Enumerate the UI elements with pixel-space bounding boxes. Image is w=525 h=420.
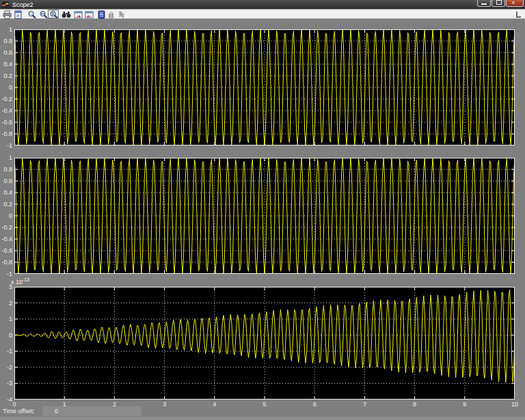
parameters-icon	[14, 10, 23, 19]
y-tick-label: 1	[0, 316, 12, 322]
save-axes-icon	[74, 10, 83, 19]
parameters-button[interactable]	[12, 10, 23, 18]
restore-axes-settings-button[interactable]	[83, 10, 94, 18]
printer-icon	[3, 10, 12, 19]
title-bar[interactable]: Scope2 x	[0, 0, 525, 10]
scope-window: Scope2 x	[0, 0, 525, 420]
zoom-x-icon	[39, 10, 48, 19]
window-bottom-edge	[0, 417, 525, 420]
x-tick-label: 7	[358, 401, 371, 408]
y-tick-label: 0	[0, 332, 12, 339]
x-tick-label: 10	[508, 401, 522, 408]
x-tick-label: 6	[308, 401, 321, 408]
toolbar-grip-icon	[516, 12, 521, 18]
x-tick-label: 4	[208, 401, 221, 408]
y-tick-label: -1	[0, 142, 12, 149]
y-tick-label: -0.2	[0, 224, 12, 231]
lock-axes-button[interactable]	[105, 10, 116, 18]
binoculars-icon	[62, 10, 71, 19]
autoscale-button[interactable]	[61, 10, 72, 18]
x-tick-label: 9	[458, 401, 472, 408]
x-tick-label: 5	[258, 401, 271, 408]
minimize-button[interactable]	[477, 0, 491, 7]
zoom-icon	[27, 10, 36, 19]
x-tick-label: 0	[8, 401, 21, 408]
x-tick-label: 8	[408, 401, 422, 408]
y-tick-label: -0.4	[0, 236, 12, 242]
y-tick-label: 1	[0, 26, 12, 33]
restore-axes-icon	[85, 10, 94, 19]
y-tick-label: 2	[0, 300, 12, 307]
y-tick-label: -0.4	[0, 107, 12, 114]
simulink-scope-icon	[2, 1, 9, 8]
y-tick-label: 0.8	[0, 38, 12, 44]
window-title: Scope2	[12, 1, 33, 9]
y-tick-label: 0	[0, 212, 12, 219]
y-tick-label: 0	[0, 84, 12, 91]
y-tick-label: -0.6	[0, 247, 12, 254]
save-axes-settings-button[interactable]	[72, 10, 83, 18]
close-icon: x	[512, 0, 515, 5]
minimize-icon	[481, 3, 487, 5]
x-tick-label: 3	[158, 401, 172, 408]
toolbar	[0, 10, 525, 19]
y-tick-label: 0.6	[0, 49, 12, 56]
y-tick-label: 0.2	[0, 72, 12, 79]
y-tick-label: -0.2	[0, 96, 12, 102]
y-tick-label: -0.8	[0, 130, 12, 137]
signal-selection-button[interactable]	[116, 10, 126, 18]
print-button[interactable]	[1, 10, 12, 18]
floating-scope-icon	[97, 10, 106, 19]
zoom-x-axis-button[interactable]	[38, 10, 49, 18]
signal-arrow-icon	[117, 10, 126, 19]
lock-icon	[107, 10, 116, 19]
scope-plot-3[interactable]	[14, 287, 515, 400]
zoom-button[interactable]	[26, 10, 37, 18]
maximize-icon	[496, 0, 502, 5]
y-tick-label: -2	[0, 364, 12, 371]
scope-plot-2[interactable]	[14, 158, 515, 274]
y-tick-label: -3	[0, 380, 12, 387]
y-tick-label: -1	[0, 348, 12, 354]
y-tick-label: -0.6	[0, 119, 12, 126]
zoom-y-axis-button[interactable]	[48, 10, 59, 18]
close-button[interactable]: x	[506, 0, 524, 7]
zoom-y-icon	[49, 10, 58, 19]
y-tick-label: 0.4	[0, 61, 12, 68]
time-offset-label: Time offset:	[3, 408, 35, 415]
maximize-button[interactable]	[492, 0, 505, 7]
y-tick-label: 0.4	[0, 189, 12, 196]
y-tick-label: -0.8	[0, 259, 12, 266]
time-offset-value: 0	[55, 408, 58, 415]
y-tick-label: 0.2	[0, 201, 12, 208]
y-tick-label: 1	[0, 154, 12, 161]
y-tick-label: 0.8	[0, 166, 12, 173]
scope-plot-1[interactable]	[14, 29, 515, 145]
window-controls: x	[477, 0, 524, 7]
axis-multiplier-label: x 10-13	[11, 277, 29, 285]
y-tick-label: 0.6	[0, 178, 12, 184]
